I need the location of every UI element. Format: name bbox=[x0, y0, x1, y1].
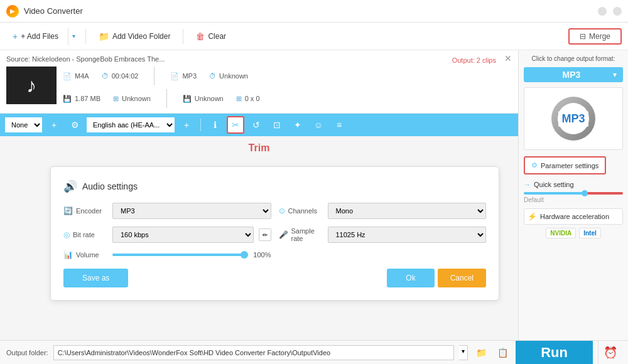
format-meta: 📄 M4A bbox=[63, 67, 89, 85]
samplerate-row: 🎤 Sample rate 11025 Hz bbox=[279, 227, 487, 243]
dimensions-icon: ⊞ bbox=[113, 95, 119, 103]
add-audio-button[interactable]: + bbox=[178, 116, 195, 134]
bitrate-select[interactable]: 160 kbps bbox=[112, 227, 254, 243]
copy-path-button[interactable]: 📋 bbox=[494, 345, 511, 361]
quality-slider[interactable] bbox=[524, 192, 623, 195]
plus-icon: + bbox=[13, 31, 18, 41]
bitrate-edit-button[interactable]: ✏ bbox=[259, 228, 271, 241]
add-folder-button[interactable]: 📁 Add Video Folder bbox=[92, 28, 177, 45]
param-label: Parameter settings bbox=[541, 162, 598, 169]
channels-select[interactable]: Mono bbox=[328, 203, 487, 219]
toolbar: + + Add Files ▾ 📁 Add Video Folder 🗑 Cle… bbox=[0, 23, 628, 50]
file-header: Source: Nickelodeon - SpongeBob Embraces… bbox=[6, 55, 512, 63]
output-duration-value: Unknown bbox=[219, 72, 248, 80]
output-dims-icon: ⊞ bbox=[236, 95, 242, 103]
format-selector[interactable]: MP3 ▾ bbox=[524, 67, 623, 82]
file-meta: 📄 M4A ⏱ 00:04:02 📄 MP3 bbox=[63, 67, 512, 85]
run-button[interactable]: Run bbox=[516, 341, 593, 365]
volume-label: Volume bbox=[76, 251, 99, 259]
divider-2 bbox=[183, 29, 183, 44]
add-folder-label: Add Video Folder bbox=[112, 32, 171, 41]
size-value: 1.87 MB bbox=[75, 95, 100, 102]
duration-value: 00:04:02 bbox=[112, 72, 139, 80]
samplerate-icon: 🎤 bbox=[279, 230, 288, 239]
save-as-button[interactable]: Save as bbox=[63, 269, 128, 287]
open-folder-button[interactable]: 📁 bbox=[473, 345, 489, 361]
main-area: Source: Nickelodeon - SpongeBob Embraces… bbox=[0, 50, 628, 340]
file-info: ♪ 📄 M4A ⏱ 00:04:02 📄 bbox=[6, 67, 512, 108]
volume-slider[interactable] bbox=[112, 254, 248, 256]
minimize-button[interactable]: — bbox=[598, 7, 607, 16]
path-dropdown[interactable]: ▾ bbox=[459, 345, 468, 360]
output-dims-meta: ⊞ 0 x 0 bbox=[236, 89, 260, 108]
rotate-button[interactable]: ↺ bbox=[247, 116, 265, 134]
hw-accel-button[interactable]: ⚡ Hardware acceleration bbox=[524, 208, 623, 225]
panel-title: 🔊 Audio settings bbox=[63, 179, 486, 193]
output-folder-label: Output folder: bbox=[6, 349, 48, 356]
crop-button[interactable]: ⊡ bbox=[268, 116, 286, 134]
clear-button[interactable]: 🗑 Clear bbox=[190, 28, 232, 45]
trash-icon: 🗑 bbox=[196, 31, 205, 41]
output-size-value: Unknown bbox=[195, 95, 224, 102]
volume-thumb[interactable] bbox=[241, 251, 248, 259]
output-format-meta: 📄 MP3 bbox=[170, 67, 197, 85]
watermark-button[interactable]: ☺ bbox=[310, 116, 327, 134]
subtitle-select[interactable]: None bbox=[5, 117, 42, 132]
output-size-icon: 💾 bbox=[183, 95, 192, 103]
trim-button[interactable]: ✂ bbox=[227, 116, 244, 134]
samplerate-select[interactable]: 11025 Hz bbox=[328, 227, 487, 243]
close-button[interactable]: ✕ bbox=[613, 7, 622, 16]
bitrate-label-group: ◎ Bit rate bbox=[63, 230, 107, 239]
parameter-settings-button[interactable]: ⚙ Parameter settings bbox=[524, 156, 606, 174]
intel-label: Intel bbox=[583, 230, 597, 237]
hw-accel-label: Hardware acceleration bbox=[540, 213, 609, 220]
merge-icon: ⊟ bbox=[580, 32, 586, 41]
quick-icon: → bbox=[524, 181, 531, 188]
vertical-divider-2 bbox=[166, 89, 167, 108]
output-size-meta: 💾 Unknown bbox=[183, 89, 224, 108]
quick-setting-label: Quick setting bbox=[534, 181, 574, 188]
audio-icon: 🔊 bbox=[63, 179, 77, 193]
output-dims-value: 0 x 0 bbox=[245, 95, 260, 102]
encoder-label-group: 🔄 Encoder bbox=[63, 206, 107, 215]
effects-button[interactable]: ✦ bbox=[289, 116, 306, 134]
ok-button[interactable]: Ok bbox=[387, 269, 434, 287]
output-path-input[interactable] bbox=[53, 345, 455, 360]
encoder-select[interactable]: MP3 bbox=[112, 203, 271, 219]
format-name: MP3 bbox=[530, 70, 613, 80]
quick-setting: → Quick setting bbox=[524, 181, 623, 188]
title-bar: ▶ Video Converter — ✕ bbox=[0, 0, 628, 23]
format-value: M4A bbox=[75, 72, 89, 80]
content-area: Source: Nickelodeon - SpongeBob Embraces… bbox=[0, 50, 518, 340]
cancel-button[interactable]: Cancel bbox=[438, 269, 486, 287]
file-item: Source: Nickelodeon - SpongeBob Embraces… bbox=[0, 50, 518, 114]
nvidia-badge: NVIDIA bbox=[546, 228, 576, 238]
add-subtitle-button[interactable]: + bbox=[45, 116, 63, 134]
schedule-button[interactable]: ⏰ bbox=[598, 341, 622, 365]
divider-1 bbox=[85, 29, 86, 44]
mp3-disk: MP3 bbox=[551, 97, 595, 141]
merge-button[interactable]: ⊟ Merge bbox=[568, 28, 622, 45]
bitrate-row: ◎ Bit rate 160 kbps ✏ bbox=[63, 227, 271, 243]
add-files-button[interactable]: + + Add Files bbox=[6, 28, 65, 45]
audio-track-select[interactable]: English aac (HE-AA... bbox=[87, 117, 175, 132]
disk-center: MP3 bbox=[558, 103, 589, 134]
trim-area: Trim bbox=[0, 136, 518, 154]
samplerate-label: Sample rate bbox=[291, 227, 323, 242]
source-label: Source: Nickelodeon - SpongeBob Embraces… bbox=[6, 55, 165, 63]
controls-bar: None + ⚙ English aac (HE-AA... + ℹ ✂ ↺ ⊡… bbox=[0, 114, 518, 136]
quality-thumb[interactable] bbox=[582, 190, 588, 196]
panel-actions: Save as Ok Cancel bbox=[63, 269, 486, 287]
duration-meta: ⏱ 00:04:02 bbox=[102, 67, 139, 85]
audio-settings-panel: 🔊 Audio settings 🔄 Encoder MP3 bbox=[50, 166, 499, 301]
annotation-area: ⚙ Parameter settings bbox=[524, 156, 623, 181]
settings-grid: 🔄 Encoder MP3 ⊙ Channels Mono bbox=[63, 203, 486, 259]
param-icon: ⚙ bbox=[531, 161, 538, 169]
add-files-dropdown[interactable]: ▾ bbox=[68, 28, 79, 45]
info-button[interactable]: ℹ bbox=[206, 116, 224, 134]
subtitle-edit-button[interactable]: ≡ bbox=[330, 116, 348, 134]
file-close-button[interactable]: ✕ bbox=[504, 53, 512, 63]
window-controls: — ✕ bbox=[598, 7, 622, 16]
subtitle-settings-button[interactable]: ⚙ bbox=[66, 116, 84, 134]
format-dropdown-icon[interactable]: ▾ bbox=[613, 70, 617, 79]
